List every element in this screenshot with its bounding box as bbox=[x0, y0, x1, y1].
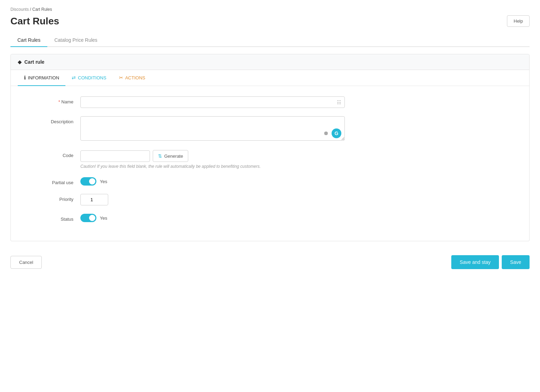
name-input[interactable] bbox=[80, 96, 345, 108]
page-header: Cart Rules Help bbox=[10, 15, 530, 27]
priority-row: Priority bbox=[25, 194, 515, 205]
grammarly-button[interactable]: G bbox=[332, 128, 341, 138]
generate-icon: ⇅ bbox=[158, 153, 162, 159]
inner-tab-actions[interactable]: ✂ ACTIONS bbox=[113, 70, 152, 86]
partial-use-slider bbox=[80, 177, 96, 186]
name-row: Name ☷ bbox=[25, 96, 515, 108]
priority-control bbox=[80, 194, 345, 205]
footer-actions: Cancel Save and stay Save bbox=[10, 248, 530, 273]
status-toggle-row: Yes bbox=[80, 214, 345, 222]
card-body: ℹ INFORMATION ⇄ CONDITIONS ✂ ACTIONS Nam… bbox=[11, 70, 529, 241]
inner-tabs: ℹ INFORMATION ⇄ CONDITIONS ✂ ACTIONS bbox=[11, 70, 529, 86]
inner-tab-information[interactable]: ℹ INFORMATION bbox=[18, 70, 65, 86]
code-caution: Caution! If you leave this field blank, … bbox=[80, 164, 345, 169]
partial-use-toggle-row: Yes bbox=[80, 177, 345, 186]
code-control: ⇅ Generate Caution! If you leave this fi… bbox=[80, 150, 345, 169]
status-yes-label: Yes bbox=[100, 215, 107, 221]
partial-use-control: Yes bbox=[80, 177, 345, 186]
partial-use-row: Partial use Yes bbox=[25, 177, 515, 186]
main-tabs: Cart Rules Catalog Price Rules bbox=[10, 34, 530, 47]
description-label: Description bbox=[25, 116, 80, 124]
name-input-wrapper: ☷ bbox=[80, 96, 345, 108]
description-input[interactable] bbox=[80, 116, 345, 141]
status-toggle[interactable] bbox=[80, 214, 96, 222]
cancel-button[interactable]: Cancel bbox=[10, 256, 42, 269]
save-buttons: Save and stay Save bbox=[451, 255, 530, 269]
cart-rule-card: ◆ Cart rule ℹ INFORMATION ⇄ CONDITIONS ✂… bbox=[10, 54, 530, 241]
inner-tab-conditions[interactable]: ⇄ CONDITIONS bbox=[65, 70, 113, 86]
save-and-stay-button[interactable]: Save and stay bbox=[451, 255, 499, 269]
status-row: Status Yes bbox=[25, 214, 515, 222]
code-row: Code ⇅ Generate Caution! If you leave th… bbox=[25, 150, 515, 169]
partial-use-toggle[interactable] bbox=[80, 177, 96, 186]
form-area: Name ☷ Description bbox=[11, 86, 529, 241]
tab-catalog-price-rules[interactable]: Catalog Price Rules bbox=[47, 34, 104, 47]
priority-label: Priority bbox=[25, 194, 80, 202]
translate-icon: ☷ bbox=[337, 100, 341, 105]
inner-tab-information-label: INFORMATION bbox=[28, 75, 59, 80]
description-wrapper: ⏺ G bbox=[80, 116, 345, 142]
inner-tab-actions-label: ACTIONS bbox=[125, 75, 145, 80]
code-input[interactable] bbox=[80, 150, 150, 162]
breadcrumb-separator: / bbox=[30, 7, 31, 12]
tab-cart-rules[interactable]: Cart Rules bbox=[10, 34, 47, 47]
save-button[interactable]: Save bbox=[502, 255, 530, 269]
page-title: Cart Rules bbox=[10, 16, 59, 27]
breadcrumb: Discounts / Cart Rules bbox=[10, 7, 530, 12]
breadcrumb-parent[interactable]: Discounts bbox=[10, 7, 29, 12]
name-label: Name bbox=[25, 96, 80, 104]
status-label: Status bbox=[25, 214, 80, 222]
card-header: ◆ Cart rule bbox=[11, 54, 529, 70]
card-title: Cart rule bbox=[24, 59, 45, 65]
name-control: ☷ bbox=[80, 96, 345, 108]
description-icons: ⏺ G bbox=[323, 128, 341, 138]
inner-tab-conditions-label: CONDITIONS bbox=[78, 75, 106, 80]
description-row: Description ⏺ G bbox=[25, 116, 515, 142]
help-button[interactable]: Help bbox=[507, 15, 530, 27]
conditions-icon: ⇄ bbox=[72, 75, 76, 80]
status-slider bbox=[80, 214, 96, 222]
code-input-row: ⇅ Generate bbox=[80, 150, 345, 162]
description-control: ⏺ G bbox=[80, 116, 345, 142]
actions-icon: ✂ bbox=[119, 75, 123, 80]
generate-label: Generate bbox=[164, 154, 183, 159]
partial-use-yes-label: Yes bbox=[100, 179, 107, 184]
partial-use-label: Partial use bbox=[25, 177, 80, 185]
status-control: Yes bbox=[80, 214, 345, 222]
information-icon: ℹ bbox=[24, 75, 26, 80]
priority-input[interactable] bbox=[80, 194, 108, 205]
breadcrumb-current: Cart Rules bbox=[32, 7, 52, 12]
tag-icon: ◆ bbox=[18, 59, 22, 65]
code-label: Code bbox=[25, 150, 80, 158]
power-icon[interactable]: ⏺ bbox=[323, 130, 329, 136]
generate-button[interactable]: ⇅ Generate bbox=[153, 150, 188, 162]
